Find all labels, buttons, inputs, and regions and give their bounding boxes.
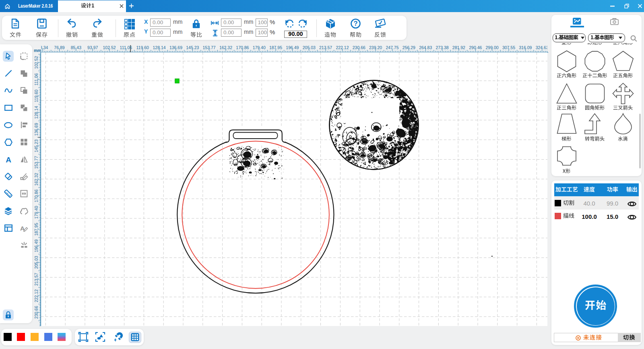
svg-text:?: ?: [353, 20, 357, 27]
svg-text:A: A: [6, 156, 11, 163]
